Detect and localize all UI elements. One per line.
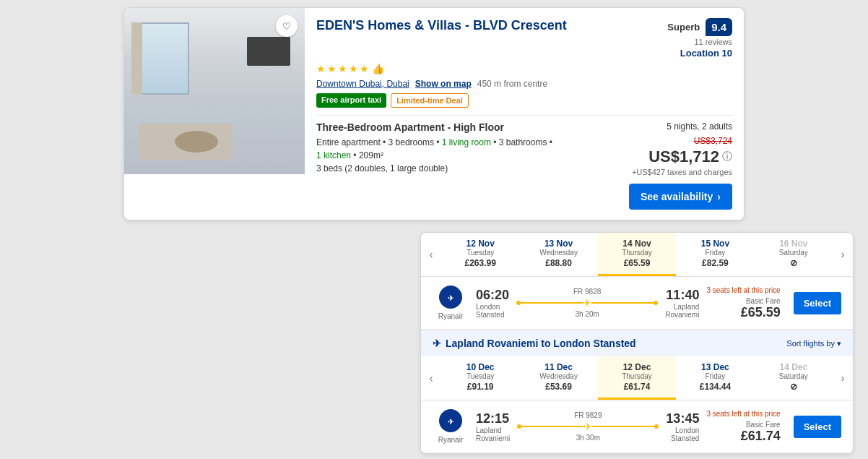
- outbound-date-tab-0[interactable]: 12 Nov Tuesday £263.99: [441, 233, 519, 276]
- date-price-3: £82.59: [679, 258, 751, 268]
- outbound-date-tab-2[interactable]: 14 Nov Thursday £65.59: [598, 233, 676, 276]
- hotel-card: ♡ EDEN'S Homes & Villas - BLVD Crescent …: [123, 7, 745, 220]
- outbound-arrive: 11:40 Lapland Rovaniemi: [665, 288, 699, 319]
- outbound-select-button[interactable]: Select: [794, 292, 841, 314]
- date-prev-button[interactable]: ‹: [421, 233, 441, 276]
- hotel-image-wrap: ♡: [124, 8, 305, 220]
- outbound-arrive-time: 11:40: [665, 288, 699, 303]
- return-seats-left: 3 seats left at this price: [706, 410, 780, 418]
- plane-icon: ✈: [583, 297, 591, 309]
- date-next-button[interactable]: ›: [833, 233, 853, 276]
- outbound-date-tab-3[interactable]: 15 Nov Friday £82.59: [676, 233, 754, 276]
- flight-bar: [521, 302, 583, 304]
- date-day-1: Wednesday: [522, 249, 594, 257]
- return-flight-row: ✈ Ryanair 12:15 Lapland Rovaniemi FR 982…: [421, 400, 853, 453]
- outbound-seats-left: 3 seats left at this price: [706, 286, 780, 294]
- return-date-next-button[interactable]: ›: [833, 356, 853, 400]
- date-day-4: Saturday: [758, 249, 830, 257]
- stars-row: ★ ★ ★ ★ ★ 👍: [316, 63, 732, 74]
- return-date-tab-3[interactable]: 13 Dec Friday £134.44: [676, 356, 754, 400]
- return-date-tab-4[interactable]: 14 Dec Saturday ⊘: [755, 356, 833, 400]
- return-date-price-2: £61.74: [601, 382, 673, 392]
- heart-icon: ♡: [282, 21, 291, 32]
- return-date-tab-1[interactable]: 11 Dec Wednesday £53.69: [519, 356, 597, 400]
- return-date-prev-button[interactable]: ‹: [421, 356, 441, 400]
- location-row: Downtown Dubai, Dubai Show on map 450 m …: [316, 79, 732, 89]
- outbound-date-tabs: 12 Nov Tuesday £263.99 13 Nov Wednesday …: [441, 233, 833, 276]
- room-section: Three-Bedroom Apartment - High Floor Ent…: [316, 115, 732, 210]
- return-date-price-1: £53.69: [522, 382, 594, 392]
- see-availability-button[interactable]: See availability ›: [629, 184, 732, 210]
- return-depart: 12:15 Lapland Rovaniemi: [476, 411, 510, 442]
- return-date-selector: ‹ 10 Dec Tuesday £91.19 11 Dec Wednesday…: [421, 356, 853, 400]
- return-fare-label: Basic Fare: [706, 421, 780, 429]
- room-bedrooms: 3 bedrooms: [389, 137, 434, 147]
- return-select-button[interactable]: Select: [794, 416, 841, 438]
- return-depart-time: 12:15: [476, 411, 510, 426]
- show-on-map-link[interactable]: Show on map: [415, 79, 472, 89]
- outbound-date-selector: ‹ 12 Nov Tuesday £263.99 13 Nov Wednesda…: [421, 233, 853, 277]
- outbound-date-tab-1[interactable]: 13 Nov Wednesday £88.80: [519, 233, 597, 276]
- outbound-date-tab-4[interactable]: 16 Nov Saturday ⊘: [755, 233, 833, 276]
- return-date-tab-0[interactable]: 10 Dec Tuesday £91.19: [441, 356, 519, 400]
- thumb-icon: 👍: [372, 63, 384, 74]
- return-date-day-0: Tuesday: [444, 372, 516, 380]
- return-depart-city: Lapland Rovaniemi: [476, 426, 510, 442]
- reviews-count: 11 reviews: [694, 38, 732, 46]
- star-5: ★: [360, 63, 369, 74]
- return-duration: 3h 30m: [517, 434, 659, 442]
- outbound-arrive-city: Lapland Rovaniemi: [665, 303, 699, 319]
- return-date-tab-2[interactable]: 12 Dec Thursday £61.74: [598, 356, 676, 400]
- return-arrive-time: 13:45: [666, 411, 699, 426]
- flight-bar-right: [591, 302, 654, 304]
- chevron-right-icon: ›: [717, 191, 721, 202]
- room-title: Three-Bedroom Apartment - High Floor: [316, 121, 629, 133]
- outbound-duration: 3h 20m: [516, 310, 658, 318]
- date-num-1: 13 Nov: [522, 239, 594, 249]
- outbound-depart: 06:20 London Stansted: [476, 288, 509, 319]
- date-day-2: Thursday: [601, 249, 673, 257]
- date-day-0: Tuesday: [444, 249, 516, 257]
- return-date-num-3: 13 Dec: [679, 362, 751, 372]
- star-4: ★: [349, 63, 358, 74]
- outbound-flight-row: ✈ Ryanair 06:20 London Stansted FR 9828 …: [421, 277, 853, 330]
- return-date-day-1: Wednesday: [522, 372, 594, 380]
- location-link[interactable]: Downtown Dubai, Dubai: [316, 79, 409, 89]
- room-kitchen: 1 kitchen: [316, 150, 351, 160]
- outbound-fare-label: Basic Fare: [706, 297, 780, 305]
- svg-text:✈: ✈: [448, 418, 454, 426]
- return-date-num-4: 14 Dec: [758, 362, 830, 372]
- pricing: 5 nights, 2 adults US$3,724 US$1,712 ⓘ +…: [629, 121, 732, 210]
- hotel-name[interactable]: EDEN'S Homes & Villas - BLVD Crescent: [316, 18, 567, 33]
- distance-text: 450 m from centre: [477, 79, 547, 89]
- flight-dot-right: [654, 301, 658, 305]
- return-airline-name: Ryanair: [433, 436, 469, 444]
- date-num-0: 12 Nov: [444, 239, 516, 249]
- score-box: Superb 9.4 11 reviews Location 10: [667, 18, 732, 59]
- star-3: ★: [338, 63, 347, 74]
- room-living: 1 living room: [442, 137, 491, 147]
- return-date-num-0: 10 Dec: [444, 362, 516, 372]
- outbound-airline-logo: ✈ Ryanair: [433, 286, 469, 320]
- room-tv: [247, 37, 290, 66]
- date-price-2: £65.59: [601, 258, 673, 268]
- return-title-text: Lapland Rovaniemi to London Stansted: [446, 338, 636, 349]
- score-badge: 9.4: [706, 18, 732, 36]
- outbound-flight-line-wrap: FR 9828 ✈ 3h 20m: [516, 288, 658, 318]
- return-date-price-0: £91.19: [444, 382, 516, 392]
- room-details: Three-Bedroom Apartment - High Floor Ent…: [316, 121, 629, 175]
- return-date-day-2: Thursday: [601, 372, 673, 380]
- date-num-2: 14 Nov: [601, 239, 673, 249]
- date-price-4: ⊘: [758, 258, 830, 268]
- info-icon[interactable]: ⓘ: [722, 150, 732, 163]
- date-price-1: £88.80: [522, 258, 594, 268]
- return-bar-right: [592, 426, 654, 427]
- wishlist-button[interactable]: ♡: [276, 15, 298, 37]
- outbound-airline-name: Ryanair: [433, 312, 469, 320]
- room-beds: 3 beds (2 doubles, 1 large double): [316, 163, 448, 173]
- sort-flights-button[interactable]: Sort flights by ▾: [786, 339, 841, 348]
- hotel-top-row: EDEN'S Homes & Villas - BLVD Crescent Su…: [316, 18, 732, 59]
- score-label-row: Superb 9.4: [667, 18, 732, 36]
- ryanair-return-icon: ✈: [439, 409, 462, 432]
- return-flight-num: FR 9829: [517, 411, 659, 419]
